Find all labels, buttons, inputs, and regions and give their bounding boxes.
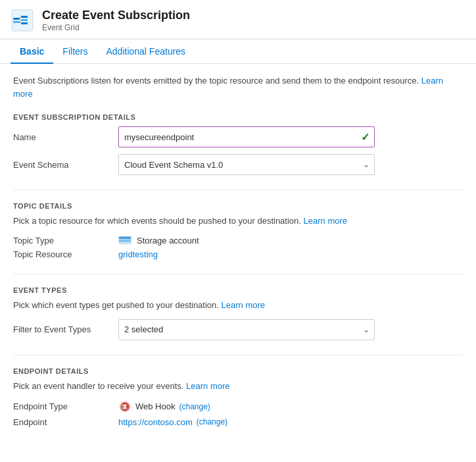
tab-filters[interactable]: Filters <box>53 39 97 64</box>
svg-rect-5 <box>21 22 28 24</box>
svg-rect-11 <box>119 240 131 242</box>
webhook-icon <box>118 400 131 413</box>
schema-row: Event Schema Cloud Event Schema v1.0 Eve… <box>13 154 463 175</box>
schema-select-container: Cloud Event Schema v1.0 Event Grid Schem… <box>118 154 375 175</box>
topic-resource-label: Topic Resource <box>13 249 118 259</box>
endpoint-url-change-link[interactable]: (change) <box>197 417 227 426</box>
endpoint-learn-more[interactable]: Learn more <box>186 381 229 391</box>
name-input-wrap: ✓ <box>118 126 463 147</box>
page-subtitle: Event Grid <box>42 23 190 32</box>
intro-text: Event Subscriptions listen for events em… <box>13 74 463 100</box>
storage-account-icon <box>118 236 131 245</box>
schema-label: Event Schema <box>13 160 118 170</box>
page-title: Create Event Subscription <box>42 8 190 23</box>
event-types-desc: Pick which event types get pushed to you… <box>13 299 463 311</box>
svg-rect-1 <box>13 18 20 20</box>
svg-rect-10 <box>119 237 131 240</box>
topic-resource-value: gridtesting <box>118 249 158 259</box>
endpoint-type-label: Endpoint Type <box>13 401 118 411</box>
endpoint-url-row: Endpoint https://contoso.com (change) <box>13 417 463 427</box>
endpoint-url-value: https://contoso.com (change) <box>118 417 227 427</box>
endpoint-url-label: Endpoint <box>13 417 118 427</box>
event-filter-select[interactable]: 2 selected <box>118 319 375 340</box>
event-types-section: EVENT TYPES Pick which event types get p… <box>13 286 463 340</box>
topic-type-label: Topic Type <box>13 236 118 245</box>
topic-resource-link[interactable]: gridtesting <box>118 249 158 259</box>
tab-basic[interactable]: Basic <box>11 39 53 64</box>
schema-select[interactable]: Cloud Event Schema v1.0 Event Grid Schem… <box>118 154 375 175</box>
tabs-bar: Basic Filters Additional Features <box>0 39 476 64</box>
name-input[interactable] <box>118 126 375 147</box>
name-label: Name <box>13 132 118 142</box>
svg-point-15 <box>122 405 124 407</box>
topic-resource-row: Topic Resource gridtesting <box>13 249 463 259</box>
endpoint-url-link[interactable]: https://contoso.com <box>118 417 193 427</box>
svg-rect-12 <box>119 243 131 244</box>
event-filter-row: Filter to Event Types 2 selected ⌄ <box>13 319 463 340</box>
endpoint-type-text: Web Hook <box>135 401 175 411</box>
main-content: Event Subscriptions listen for events em… <box>0 64 476 452</box>
topic-section-title: TOPIC DETAILS <box>13 202 463 210</box>
topic-learn-more[interactable]: Learn more <box>304 216 347 226</box>
event-filter-label: Filter to Event Types <box>13 324 118 334</box>
event-subscription-section: EVENT SUBSCRIPTION DETAILS Name ✓ Event … <box>13 113 463 175</box>
event-filter-select-container: 2 selected ⌄ <box>118 319 375 340</box>
svg-rect-4 <box>21 19 28 21</box>
event-types-title: EVENT TYPES <box>13 286 463 294</box>
tab-additional-features[interactable]: Additional Features <box>97 39 195 64</box>
event-filter-select-wrap: 2 selected ⌄ <box>118 319 463 340</box>
event-subscription-section-title: EVENT SUBSCRIPTION DETAILS <box>13 113 463 121</box>
svg-rect-2 <box>13 21 20 23</box>
endpoint-details-section: ENDPOINT DETAILS Pick an event handler t… <box>13 367 463 427</box>
name-row: Name ✓ <box>13 126 463 147</box>
endpoint-type-row: Endpoint Type Web Hook (change) <box>13 400 463 413</box>
page-header: Create Event Subscription Event Grid <box>0 0 476 39</box>
divider-2 <box>13 274 463 274</box>
topic-type-value: Storage account <box>118 236 199 245</box>
endpoint-section-desc: Pick an event handler to receive your ev… <box>13 380 463 392</box>
schema-select-wrap: Cloud Event Schema v1.0 Event Grid Schem… <box>118 154 463 175</box>
topic-type-row: Topic Type Storage account <box>13 236 463 245</box>
endpoint-section-title: ENDPOINT DETAILS <box>13 367 463 375</box>
endpoint-type-change-link[interactable]: (change) <box>179 402 210 411</box>
topic-section-desc: Pick a topic resource for which events s… <box>13 215 463 227</box>
endpoint-type-value: Web Hook (change) <box>118 400 210 413</box>
divider-1 <box>13 190 463 190</box>
svg-point-16 <box>126 405 128 407</box>
svg-rect-3 <box>21 16 28 18</box>
name-input-container: ✓ <box>118 126 375 147</box>
header-text: Create Event Subscription Event Grid <box>42 8 190 32</box>
event-grid-icon <box>11 9 34 32</box>
check-icon: ✓ <box>361 131 369 143</box>
topic-details-section: TOPIC DETAILS Pick a topic resource for … <box>13 202 463 259</box>
event-types-learn-more[interactable]: Learn more <box>222 300 265 310</box>
divider-3 <box>13 355 463 355</box>
